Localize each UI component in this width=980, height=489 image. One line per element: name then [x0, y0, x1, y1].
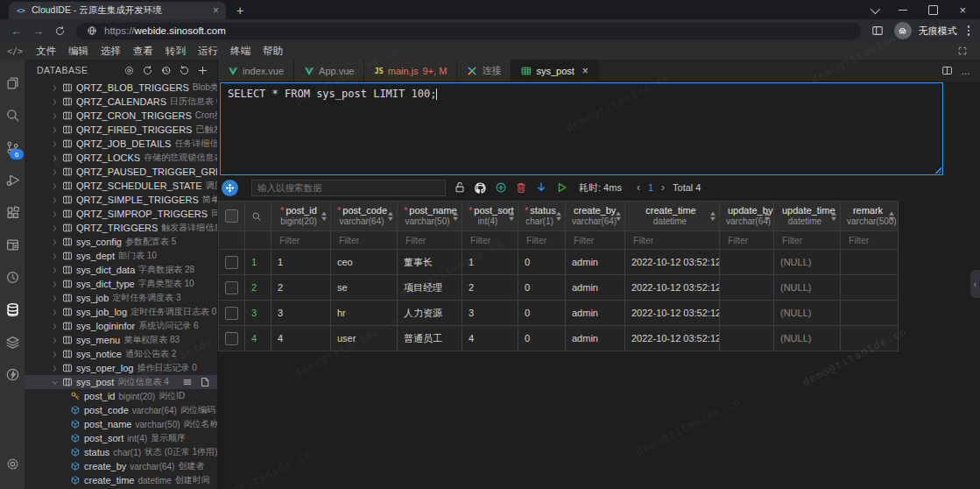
sidebar-table-item[interactable]: QRTZ_SIMPROP_TRIGGERS 同步机... [25, 207, 217, 221]
table-row[interactable]: 2 2 se 项目经理 2 0 admin 2022-10-12 03:52:1… [219, 275, 899, 301]
sort-icon[interactable] [831, 211, 836, 221]
export-download-icon[interactable] [535, 181, 547, 194]
grid-column-header[interactable]: *status char(1) [518, 202, 566, 231]
right-panel-expander[interactable]: ‹ [970, 270, 980, 298]
sort-icon[interactable] [710, 211, 716, 221]
sidebar-table-item[interactable]: QRTZ_CRON_TRIGGERS Cron类型... [25, 109, 217, 123]
sidebar-table-item[interactable]: QRTZ_FIRED_TRIGGERS 已触发的触... [25, 123, 217, 137]
sort-icon[interactable] [509, 211, 514, 221]
tab-main-js[interactable]: JS main.js 9+, M [364, 60, 457, 82]
sidebar-table-item[interactable]: sys_job_log 定时任务调度日志表 0 [25, 305, 217, 319]
sidebar-table-item[interactable]: QRTZ_CALENDARS 日历信息表 0 [25, 95, 217, 109]
sidebar-column-item[interactable]: post_name varchar(50) 岗位名称 [25, 417, 217, 431]
sidebar-table-item[interactable]: QRTZ_JOB_DETAILS 任务详细信息... [25, 137, 217, 151]
add-row-icon[interactable] [495, 181, 507, 194]
sort-icon[interactable] [765, 211, 770, 221]
sidebar-column-item[interactable]: post_sort int(4) 显示顺序 [25, 431, 217, 445]
sidebar-table-item[interactable]: QRTZ_SCHEDULER_STATE 调度器状... [25, 179, 217, 193]
sidebar-table-item[interactable]: QRTZ_SIMPLE_TRIGGERS 简单触发... [25, 193, 217, 207]
browser-menu-icon[interactable] [968, 25, 970, 36]
extensions-icon[interactable] [0, 196, 25, 229]
page-number[interactable]: 1 [648, 182, 653, 193]
menu-help[interactable]: 帮助 [257, 45, 289, 58]
grid-column-header[interactable]: *post_code varchar(64) [331, 202, 398, 231]
sidebar-table-item-selected[interactable]: sys_post 岗位信息表 4 [25, 375, 217, 389]
sidebar-table-item[interactable]: QRTZ_LOCKS 存储的悲观锁信息表 2 [25, 151, 217, 165]
page-next-icon[interactable]: › [661, 181, 665, 194]
sort-icon[interactable] [321, 211, 327, 221]
row-checkbox[interactable] [225, 307, 238, 320]
column-filter-input[interactable] [847, 234, 895, 246]
layers-icon[interactable] [0, 326, 25, 358]
sidebar-table-item[interactable]: sys_dict_type 字典类型表 10 [25, 277, 217, 291]
forward-icon[interactable]: → [32, 25, 44, 37]
sidebar-table-item[interactable]: sys_config 参数配置表 5 [25, 235, 217, 249]
reload-icon[interactable] [54, 25, 66, 37]
sidebar-table-item[interactable]: QRTZ_BLOB_TRIGGERS Blob类型的... [25, 81, 217, 95]
power-icon[interactable] [0, 358, 25, 391]
sidebar-column-item[interactable]: post_code varchar(64) 岗位编码 [25, 403, 217, 417]
view-data-icon[interactable] [182, 377, 193, 387]
source-control-icon[interactable]: 6 [0, 131, 25, 164]
menu-goto[interactable]: 转到 [159, 45, 192, 58]
db-sync-icon[interactable] [142, 65, 153, 76]
tab-connection[interactable]: 连接 [457, 60, 511, 82]
unlock-icon[interactable] [454, 181, 466, 194]
tab-index-vue[interactable]: index.vue [218, 60, 294, 82]
column-filter-input[interactable] [780, 234, 837, 246]
run-debug-icon[interactable] [0, 164, 25, 196]
column-filter-input[interactable] [572, 234, 622, 246]
tab-close-icon[interactable]: × [213, 5, 219, 16]
sidebar-table-item[interactable]: QRTZ_TRIGGERS 触发器详细信息表 3 [25, 221, 217, 235]
panel-layout-icon[interactable] [0, 229, 25, 261]
sql-editor[interactable]: SELECT * FROM sys_post LIMIT 100; [220, 82, 943, 175]
row-checkbox[interactable] [225, 256, 238, 269]
column-filter-input[interactable] [469, 234, 515, 246]
row-checkbox[interactable] [225, 332, 238, 345]
side-panel-icon[interactable] [871, 25, 884, 37]
grid-column-header[interactable]: *post_sort int(4) [462, 202, 518, 231]
column-filter-input[interactable] [337, 234, 394, 246]
sidebar-table-item[interactable]: QRTZ_PAUSED_TRIGGER_GRPS 暂... [25, 165, 217, 179]
sidebar-table-item[interactable]: sys_dept 部门表 10 [25, 249, 217, 263]
tab-close-icon[interactable]: × [582, 65, 589, 77]
grid-column-header[interactable]: update_time datetime [774, 202, 841, 231]
data-search-input[interactable] [251, 180, 446, 196]
sidebar-table-item[interactable]: sys_dict_data 字典数据表 28 [25, 263, 217, 277]
menu-view[interactable]: 查看 [127, 45, 159, 58]
run-query-icon[interactable] [555, 181, 568, 194]
db-history-icon[interactable] [160, 65, 172, 76]
db-refresh-icon[interactable] [179, 65, 190, 76]
sidebar-table-item[interactable]: sys_logininfor 系统访问记录 6 [25, 319, 217, 333]
new-query-icon[interactable] [200, 377, 210, 387]
grid-column-header[interactable]: *post_id bigint(20) [271, 202, 331, 231]
sidebar-column-item[interactable]: create_time datetime 创建时间 [25, 473, 217, 487]
db-settings-icon[interactable] [123, 65, 135, 76]
menu-file[interactable]: 文件 [30, 45, 62, 58]
menu-terminal[interactable]: 终端 [224, 45, 257, 58]
column-filter-input[interactable] [726, 234, 771, 246]
grid-column-header[interactable]: create_time datetime [625, 202, 720, 231]
column-filter-input[interactable] [525, 234, 562, 246]
drag-handle-icon[interactable] [222, 180, 238, 196]
table-row[interactable]: 4 4 user 普通员工 4 0 admin 2022-10-12 03:52… [219, 326, 899, 351]
database-icon[interactable] [0, 294, 25, 326]
table-row[interactable]: 1 1 ceo 董事长 1 0 admin 2022-10-12 03:52:1… [219, 250, 899, 275]
grid-column-header[interactable]: *post_name varchar(50) [398, 202, 462, 231]
sort-icon[interactable] [556, 211, 561, 221]
column-filter-input[interactable] [278, 234, 328, 246]
table-row[interactable]: 3 3 hr 人力资源 3 0 admin 2022-10-12 03:52:1… [219, 301, 899, 326]
explorer-icon[interactable] [0, 67, 25, 99]
window-close-icon[interactable]: × [959, 4, 966, 16]
grid-column-header[interactable]: create_by varchar(64) [566, 202, 625, 231]
delete-row-icon[interactable] [515, 181, 527, 194]
sort-icon[interactable] [453, 211, 458, 221]
row-checkbox[interactable] [225, 281, 238, 294]
search-icon[interactable] [0, 99, 25, 131]
resize-grip[interactable] [935, 167, 941, 174]
split-editor-icon[interactable] [941, 65, 953, 76]
octocat-icon[interactable] [474, 181, 487, 195]
menu-select[interactable]: 选择 [95, 45, 127, 58]
sidebar-table-item[interactable]: sys_oper_log 操作日志记录 0 [25, 361, 217, 375]
grid-column-header[interactable]: update_by varchar(64) [720, 202, 774, 231]
